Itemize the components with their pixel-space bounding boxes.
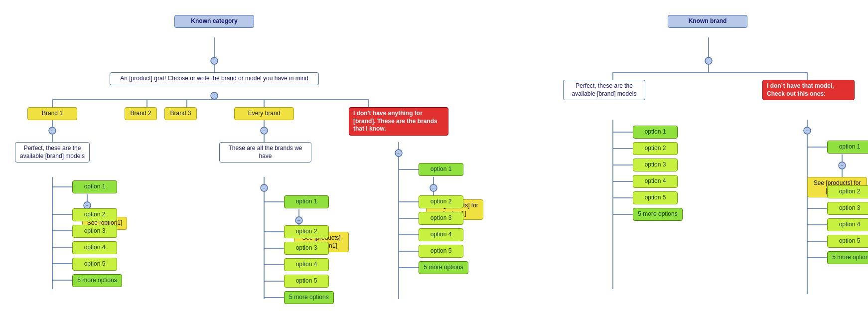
svg-point-87 [705,57,712,64]
option2-ev-node[interactable]: option 2 [284,225,329,238]
option3-nm-node[interactable]: option 3 [827,202,868,215]
option2-kb-label: option 2 [645,145,666,152]
option4-ev-label: option 4 [296,261,317,268]
known-category-node: Known category [174,15,254,28]
known-brand-node: Known brand [668,15,747,28]
more-kb-node[interactable]: 5 more options [633,208,683,221]
option5-nb-label: option 5 [431,247,452,254]
choose-brand-node: An [product] grat! Choose or write the b… [110,72,319,85]
option4-kb-node[interactable]: option 4 [633,175,678,188]
option4-nb-node[interactable]: option 4 [419,228,463,241]
option3-b1-node[interactable]: option 3 [72,225,117,238]
svg-text:−: − [86,203,89,208]
no-brand-label: I don't have anything for [brand]. These… [353,110,437,132]
svg-point-71 [211,92,218,99]
option1-b1-node[interactable]: option 1 [72,180,117,193]
option4-nm-node[interactable]: option 4 [827,218,868,231]
option3-kb-node[interactable]: option 3 [633,159,678,171]
more-nm-label: 5 more options [832,254,868,261]
known-category-label: Known category [191,17,237,24]
option1-ev-label: option 1 [296,198,317,205]
more-ev-label: 5 more options [289,294,328,301]
brand1-node[interactable]: Brand 1 [27,107,77,120]
option2-nm-label: option 2 [839,188,861,195]
svg-point-75 [84,202,91,209]
option1-kb-node[interactable]: option 1 [633,126,678,139]
svg-text:−: − [263,128,266,134]
perfect-brand1-label: Perfect, these are the available [brand]… [20,145,85,160]
option5-nm-node[interactable]: option 5 [827,235,868,248]
svg-point-73 [49,127,56,134]
more-b1-label: 5 more options [77,277,117,284]
svg-point-81 [295,217,302,224]
svg-text:−: − [707,58,710,64]
option2-b1-node[interactable]: option 2 [72,208,117,221]
every-brand-label: Every brand [248,110,281,117]
option1-nb-label: option 1 [431,165,452,172]
brand3-label: Brand 3 [170,110,191,117]
option5-ev-node[interactable]: option 5 [284,275,329,288]
option1-ev-node[interactable]: option 1 [284,195,329,208]
known-brand-label: Known brand [689,17,727,24]
option4-ev-node[interactable]: option 4 [284,258,329,271]
option3-ev-node[interactable]: option 3 [284,242,329,255]
diagram-canvas: − − − − − − − − − − − − [0,0,868,326]
brand2-label: Brand 2 [130,110,151,117]
option5-kb-node[interactable]: option 5 [633,191,678,204]
more-nb-node[interactable]: 5 more options [419,261,468,274]
svg-text:−: − [397,151,400,156]
svg-text:−: − [841,163,844,168]
option1-nm-node[interactable]: option 1 [827,141,868,154]
option1-kb-label: option 1 [645,128,666,135]
svg-text:−: − [263,185,266,191]
option5-b1-label: option 5 [84,260,106,267]
option3-nb-node[interactable]: option 3 [419,212,463,225]
option5-kb-label: option 5 [645,194,666,201]
option2-nm-node[interactable]: option 2 [827,185,868,198]
no-brand-node: I don't have anything for [brand]. These… [349,107,448,136]
option2-ev-label: option 2 [296,228,317,235]
option3-nm-label: option 3 [839,204,861,211]
option4-nb-label: option 4 [431,231,452,238]
svg-point-85 [430,184,437,191]
option1-nb-node[interactable]: option 1 [419,163,463,176]
svg-point-89 [804,127,811,134]
option3-ev-label: option 3 [296,244,317,251]
option3-kb-label: option 3 [645,161,666,168]
option1-nm-label: option 1 [839,143,861,150]
svg-point-91 [839,162,846,169]
option3-nb-label: option 3 [431,214,452,221]
no-model-kb-node: I don´t have that model, Check out this … [762,80,855,100]
brand1-label: Brand 1 [42,110,63,117]
more-nb-label: 5 more options [424,264,463,271]
option2-b1-label: option 2 [84,211,106,218]
more-nm-node[interactable]: 5 more options [827,251,868,264]
more-kb-label: 5 more options [638,210,677,217]
svg-text:−: − [297,218,300,223]
option2-nb-label: option 2 [431,198,452,205]
no-model-kb-label: I don´t have that model, Check out this … [767,82,834,97]
brand3-node[interactable]: Brand 3 [164,107,197,120]
these-brands-node: These are all the brands we have [219,142,311,163]
svg-point-83 [395,150,402,157]
more-b1-node[interactable]: 5 more options [72,274,122,287]
option4-nm-label: option 4 [839,221,861,228]
svg-point-69 [211,57,218,64]
more-ev-node[interactable]: 5 more options [284,291,334,304]
option4-b1-node[interactable]: option 4 [72,241,117,254]
option2-nb-node[interactable]: option 2 [419,195,463,208]
option5-b1-node[interactable]: option 5 [72,258,117,271]
brand2-node[interactable]: Brand 2 [125,107,157,120]
svg-text:−: − [213,58,216,64]
perfect-kb-node: Perfect, these are the available [brand]… [563,80,645,100]
option5-nb-node[interactable]: option 5 [419,245,463,258]
option2-kb-node[interactable]: option 2 [633,142,678,155]
option4-b1-label: option 4 [84,244,106,251]
svg-text:−: − [432,185,435,191]
every-brand-node[interactable]: Every brand [234,107,294,120]
svg-text:−: − [213,93,216,99]
option1-b1-label: option 1 [84,183,106,190]
svg-point-79 [261,184,268,191]
these-brands-label: These are all the brands we have [228,145,302,160]
svg-point-77 [261,127,268,134]
